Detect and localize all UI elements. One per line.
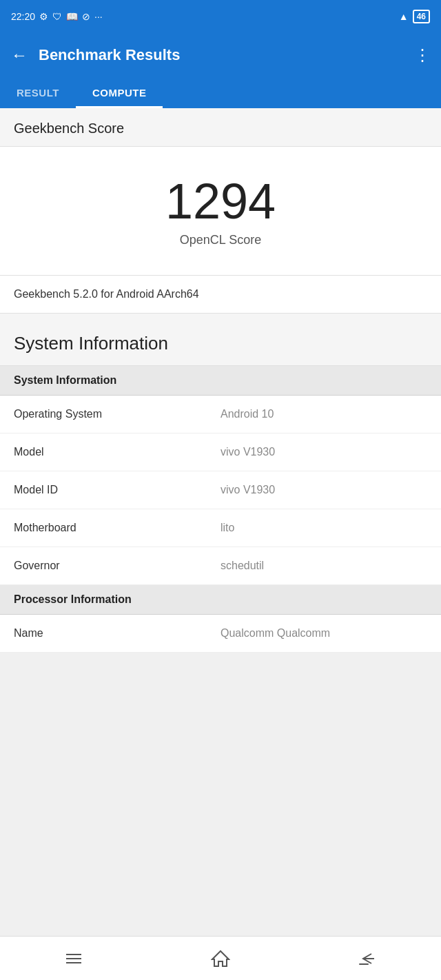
table-row: Operating System Android 10	[0, 396, 441, 433]
battery-indicator: 46	[413, 10, 430, 23]
menu-icon	[66, 954, 81, 963]
nav-home-button[interactable]	[200, 945, 241, 972]
version-text: Geekbench 5.2.0 for Android AArch64	[14, 288, 199, 300]
table-row: Model vivo V1930	[0, 433, 441, 471]
system-info-section-header: System Information	[0, 314, 441, 366]
table-row: Motherboard lito	[0, 509, 441, 547]
row-value-motherboard: lito	[220, 522, 427, 534]
table-row: Model ID vivo V1930	[0, 471, 441, 509]
status-bar: 22:20 ⚙ 🛡 📖 ⊘ ··· ▲ 46	[0, 0, 441, 33]
row-value-model: vivo V1930	[220, 446, 427, 458]
row-value-model-id: vivo V1930	[220, 484, 427, 496]
home-icon	[211, 950, 230, 968]
status-left: 22:20 ⚙ 🛡 📖 ⊘ ···	[11, 11, 103, 22]
blocked-icon: ⊘	[82, 11, 90, 22]
system-info-title: System Information	[14, 333, 168, 354]
row-label-model: Model	[14, 446, 220, 458]
back-button[interactable]: ←	[11, 45, 28, 65]
geekbench-section-header: Geekbench Score	[0, 108, 441, 147]
more-icon: ···	[94, 11, 103, 22]
app-bar: ← Benchmark Results ⋮	[0, 33, 441, 77]
table-group-processor-information-title: Processor Information	[14, 593, 132, 605]
row-label-governor: Governor	[14, 560, 220, 572]
geekbench-section-title: Geekbench Score	[14, 121, 124, 136]
nav-back-button[interactable]	[347, 945, 388, 972]
score-number: 1294	[165, 174, 276, 229]
content-area: Geekbench Score 1294 OpenCL Score Geekbe…	[0, 108, 441, 697]
row-label-os: Operating System	[14, 408, 220, 420]
more-options-button[interactable]: ⋮	[414, 45, 430, 65]
settings-icon: ⚙	[39, 11, 48, 22]
tab-bar: RESULT COMPUTE	[0, 77, 441, 108]
bottom-navigation	[0, 936, 441, 980]
row-value-os: Android 10	[220, 408, 427, 420]
row-value-name: Qualcomm Qualcomm	[220, 627, 427, 640]
table-group-system-information-title: System Information	[14, 374, 116, 386]
book-icon: 📖	[66, 11, 78, 22]
tab-compute[interactable]: COMPUTE	[76, 77, 163, 108]
status-right: ▲ 46	[399, 10, 430, 23]
table-row: Governor schedutil	[0, 547, 441, 585]
table-group-system-information: System Information	[0, 366, 441, 396]
row-label-motherboard: Motherboard	[14, 522, 220, 534]
time-display: 22:20	[11, 11, 35, 22]
table-row: Name Qualcomm Qualcomm	[0, 615, 441, 653]
version-info-row: Geekbench 5.2.0 for Android AArch64	[0, 276, 441, 314]
tab-result[interactable]: RESULT	[0, 77, 76, 108]
table-group-processor-information: Processor Information	[0, 585, 441, 615]
nav-menu-button[interactable]	[53, 945, 94, 972]
shield-icon: 🛡	[52, 11, 62, 22]
score-label: OpenCL Score	[180, 233, 261, 247]
svg-marker-0	[212, 951, 229, 966]
app-bar-title: Benchmark Results	[39, 46, 403, 64]
wifi-icon: ▲	[399, 11, 409, 22]
row-label-model-id: Model ID	[14, 484, 220, 496]
svg-rect-1	[359, 963, 369, 965]
row-label-name: Name	[14, 627, 220, 640]
back-nav-icon	[358, 950, 377, 968]
row-value-governor: schedutil	[220, 560, 427, 572]
score-card: 1294 OpenCL Score	[0, 147, 441, 276]
